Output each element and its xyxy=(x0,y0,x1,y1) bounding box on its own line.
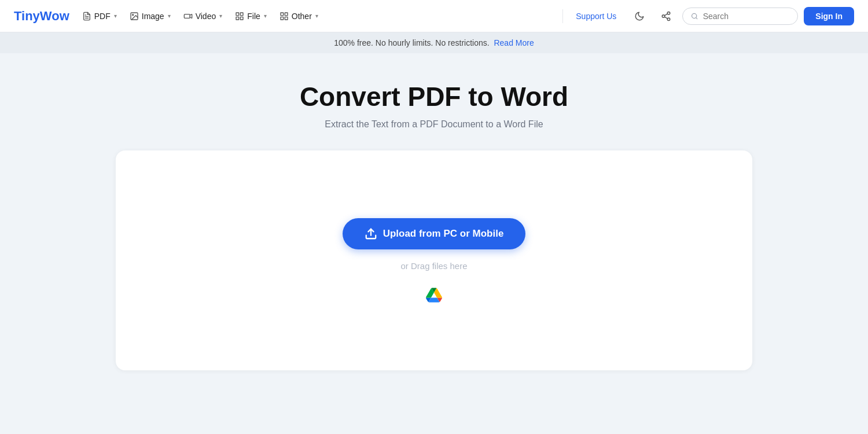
document-icon xyxy=(82,12,91,21)
google-drive-icon[interactable] xyxy=(426,287,442,303)
file-icon xyxy=(235,12,244,21)
svg-rect-12 xyxy=(285,17,288,20)
drag-text: or Drag files here xyxy=(400,261,467,271)
search-input[interactable] xyxy=(703,12,790,21)
page-title: Convert PDF to Word xyxy=(300,81,568,112)
nav-item-file[interactable]: File ▾ xyxy=(229,8,273,24)
svg-line-18 xyxy=(665,13,668,15)
nav-pdf-label: PDF xyxy=(94,12,111,21)
search-box xyxy=(682,8,798,25)
chevron-down-icon: ▾ xyxy=(114,13,117,19)
nav-item-video[interactable]: Video ▾ xyxy=(178,8,229,24)
logo[interactable]: TinyWow xyxy=(14,9,69,24)
banner-text: 100% free. No hourly limits. No restrict… xyxy=(334,38,489,47)
upload-card: Upload from PC or Mobile or Drag files h… xyxy=(116,150,752,370)
video-icon xyxy=(183,12,193,21)
nav-item-image[interactable]: Image ▾ xyxy=(124,8,176,24)
moon-icon xyxy=(634,11,645,21)
navbar: TinyWow PDF ▾ Image ▾ Video ▾ xyxy=(0,0,868,32)
svg-rect-10 xyxy=(281,13,284,16)
svg-rect-4 xyxy=(184,14,190,18)
svg-rect-9 xyxy=(236,17,239,20)
svg-line-17 xyxy=(665,17,668,19)
chevron-down-icon: ▾ xyxy=(219,13,222,19)
svg-rect-6 xyxy=(236,13,239,16)
banner: 100% free. No hourly limits. No restrict… xyxy=(0,32,868,53)
share-icon xyxy=(661,11,671,21)
share-button[interactable] xyxy=(656,6,676,27)
chevron-down-icon: ▾ xyxy=(315,13,318,19)
nav-right: Sign In xyxy=(629,6,854,27)
main-content: Convert PDF to Word Extract the Text fro… xyxy=(0,53,868,433)
nav-image-label: Image xyxy=(142,12,164,21)
svg-rect-13 xyxy=(281,17,284,20)
search-icon xyxy=(691,12,698,20)
grid-icon xyxy=(279,12,289,21)
svg-line-20 xyxy=(696,17,697,19)
image-icon xyxy=(130,12,139,21)
logo-part2: Wow xyxy=(40,9,69,23)
page-subtitle: Extract the Text from a PDF Document to … xyxy=(325,119,543,130)
nav-item-pdf[interactable]: PDF ▾ xyxy=(76,8,123,24)
signin-button[interactable]: Sign In xyxy=(804,7,854,25)
upload-button[interactable]: Upload from PC or Mobile xyxy=(343,218,526,249)
dark-mode-button[interactable] xyxy=(629,6,650,27)
chevron-down-icon: ▾ xyxy=(168,13,171,19)
svg-rect-8 xyxy=(241,17,244,20)
svg-point-3 xyxy=(132,14,133,15)
svg-rect-11 xyxy=(285,13,288,16)
nav-video-label: Video xyxy=(196,12,216,21)
chevron-down-icon: ▾ xyxy=(264,13,267,19)
nav-item-other[interactable]: Other ▾ xyxy=(274,8,324,24)
nav-menu: PDF ▾ Image ▾ Video ▾ File ▾ xyxy=(76,8,556,24)
svg-marker-5 xyxy=(190,14,192,18)
banner-read-more-link[interactable]: Read More xyxy=(494,38,534,47)
support-link[interactable]: Support Us xyxy=(570,8,622,24)
nav-other-label: Other xyxy=(292,12,312,21)
nav-file-label: File xyxy=(247,12,260,21)
upload-button-label: Upload from PC or Mobile xyxy=(383,228,504,240)
svg-rect-7 xyxy=(241,13,244,16)
nav-divider xyxy=(562,9,563,23)
logo-part1: Tiny xyxy=(14,9,40,23)
upload-icon xyxy=(365,227,377,240)
